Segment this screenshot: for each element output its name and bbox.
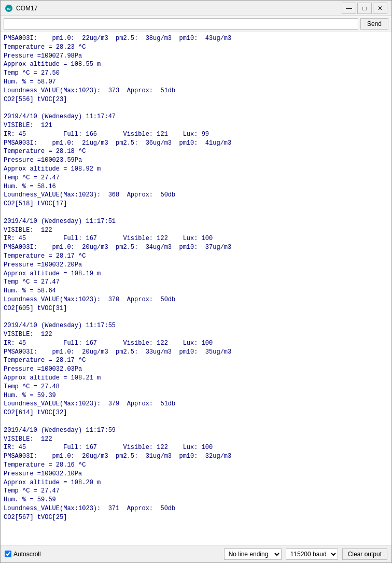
arduino-serial-monitor: ∞ COM17 — □ ✕ Send PMSA003I: pm1.0: 22ug… — [0, 0, 392, 563]
close-button[interactable]: ✕ — [373, 3, 387, 14]
maximize-button[interactable]: □ — [357, 3, 372, 14]
status-bar: Autoscroll No line ending Newline Carria… — [1, 545, 391, 562]
autoscroll-label[interactable]: Autoscroll — [5, 551, 41, 558]
output-text: PMSA003I: pm1.0: 22ug/m3 pm2.5: 38ug/m3 … — [4, 34, 388, 522]
title-bar: ∞ COM17 — □ ✕ — [1, 1, 391, 16]
svg-text:∞: ∞ — [7, 6, 10, 11]
app-icon: ∞ — [5, 4, 13, 12]
autoscroll-text: Autoscroll — [13, 551, 41, 558]
minimize-button[interactable]: — — [342, 3, 356, 14]
window-controls: — □ ✕ — [342, 3, 387, 14]
clear-output-button[interactable]: Clear output — [342, 548, 387, 560]
window-title: COM17 — [16, 5, 342, 12]
output-area[interactable]: PMSA003I: pm1.0: 22ug/m3 pm2.5: 38ug/m3 … — [1, 32, 391, 545]
baud-rate-select[interactable]: 300 1200 2400 4800 9600 19200 38400 5760… — [286, 548, 338, 560]
toolbar: Send — [1, 16, 391, 32]
send-button[interactable]: Send — [360, 18, 388, 30]
autoscroll-checkbox[interactable] — [5, 551, 11, 557]
line-ending-select[interactable]: No line ending Newline Carriage return B… — [224, 548, 282, 560]
send-input[interactable] — [4, 18, 358, 30]
